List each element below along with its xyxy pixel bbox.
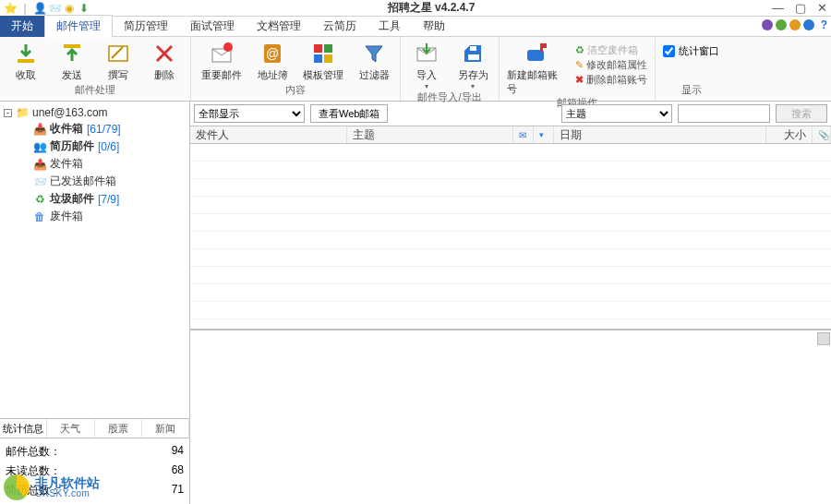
divider-icon: | [18, 2, 31, 15]
table-row [190, 267, 831, 284]
tab-interview-management[interactable]: 面试管理 [179, 16, 246, 37]
send-button[interactable]: 发送 [54, 41, 90, 82]
user-icon[interactable]: 👤 [33, 2, 46, 15]
svg-rect-13 [470, 46, 476, 51]
pencil-icon: ✎ [575, 59, 584, 71]
quick-access-toolbar: ⭐ | 👤 📨 ◉ ⬇ [4, 2, 90, 15]
tree-inbox[interactable]: 📥收件箱 [61/79] [4, 120, 186, 138]
col-subject[interactable]: 主题 [347, 126, 513, 143]
flag-icon [209, 41, 235, 66]
stats-window-checkbox[interactable]: 统计窗口 [663, 41, 719, 58]
sidebar-tab-weather[interactable]: 天气 [47, 419, 94, 438]
search-input[interactable] [678, 104, 770, 123]
tree-outbox[interactable]: 📤发件箱 [4, 155, 186, 173]
show-filter-select[interactable]: 全部显示 [194, 104, 305, 123]
group-content: 内容 [199, 83, 392, 99]
dropdown-icon: ▾ [471, 82, 475, 90]
tree-junk[interactable]: ♻垃圾邮件 [7/9] [4, 190, 186, 208]
col-sort[interactable]: ▾ [534, 126, 554, 143]
col-size[interactable]: 大小 [766, 126, 813, 143]
delete-account-button[interactable]: ✖删除邮箱账号 [575, 73, 647, 87]
help-icon[interactable]: ? [821, 18, 827, 31]
col-attach[interactable]: ✉ [513, 126, 534, 143]
star-icon[interactable]: ⭐ [4, 2, 17, 15]
tab-help[interactable]: 帮助 [412, 16, 456, 37]
sidebar-tab-stats[interactable]: 统计信息 [0, 419, 47, 438]
outbox-icon: 📤 [33, 158, 46, 171]
mail-icon[interactable]: 📨 [48, 2, 61, 15]
empty-trash-button[interactable]: ♻清空废件箱 [575, 43, 647, 57]
table-row [190, 302, 831, 319]
maximize-button[interactable]: ▢ [795, 1, 806, 15]
template-button[interactable]: 模板管理 [300, 41, 346, 82]
sidebar-tab-stock[interactable]: 股票 [95, 419, 142, 438]
svg-rect-7 [314, 44, 322, 53]
svg-rect-1 [64, 44, 80, 48]
stats-panel: 邮件总数：94 未读总数：68 简历总数：71 [0, 438, 189, 504]
minimize-button[interactable]: — [772, 1, 784, 15]
svg-rect-10 [324, 54, 332, 63]
col-attachment[interactable]: 📎 [813, 126, 831, 143]
stats-mail-total-label: 邮件总数： [6, 444, 61, 460]
import-button[interactable]: 导入▾ [408, 41, 445, 90]
coin-icon[interactable]: ◉ [63, 2, 76, 15]
mail-grid-header: 发件人 主题 ✉ ▾ 日期 大小 📎 [190, 126, 831, 144]
new-account-button[interactable]: 新建邮箱账号 [507, 41, 566, 96]
stats-resume-value: 71 [172, 483, 184, 498]
mail-grid-body[interactable] [190, 144, 831, 329]
tab-start[interactable]: 开始 [0, 16, 44, 37]
close-button[interactable]: ✕ [817, 1, 827, 15]
status-dot-green-icon [776, 19, 787, 30]
table-row [190, 197, 831, 214]
status-dot-purple-icon [762, 19, 773, 30]
tab-mail-management[interactable]: 邮件管理 [44, 15, 113, 38]
inbox-icon: 📥 [33, 123, 46, 136]
tree-sent[interactable]: 📨已发送邮件箱 [4, 173, 186, 190]
scrollbar-thumb[interactable] [817, 332, 830, 345]
download-icon[interactable]: ⬇ [78, 2, 90, 15]
window-title: 招聘之星 v4.2.4.7 [90, 0, 772, 16]
filter-button[interactable]: 过滤器 [355, 41, 392, 82]
status-dot-blue-icon [803, 19, 814, 30]
svg-point-4 [223, 42, 233, 52]
tree-resume-mail[interactable]: 👥简历邮件 [0/6] [4, 138, 186, 155]
trash-icon: 🗑 [33, 210, 46, 223]
search-field-select[interactable]: 主题 [561, 104, 672, 123]
compose-button[interactable]: 撰写 [100, 41, 137, 82]
tree-trash[interactable]: 🗑废件箱 [4, 208, 186, 225]
tab-resume-management[interactable]: 简历管理 [113, 16, 179, 37]
tab-cloud-resume[interactable]: 云简历 [312, 16, 367, 37]
envelope-icon: ✉ [519, 130, 526, 140]
tab-document-management[interactable]: 文档管理 [246, 16, 312, 37]
svg-rect-12 [468, 54, 479, 60]
saveas-button[interactable]: 另存为▾ [454, 41, 491, 90]
receive-button[interactable]: 收取 [7, 41, 44, 82]
stats-resume-label: 简历总数： [6, 483, 61, 498]
search-button[interactable]: 搜索 [776, 104, 827, 123]
tab-tools[interactable]: 工具 [367, 16, 412, 37]
mailbox-icon [524, 41, 549, 66]
edit-account-button[interactable]: ✎修改邮箱属性 [575, 58, 647, 72]
compose-icon [105, 41, 131, 66]
paperclip-icon: 📎 [818, 130, 829, 140]
table-row [190, 284, 831, 302]
address-book-button[interactable]: @地址簿 [254, 41, 291, 82]
addressbook-icon: @ [259, 41, 285, 66]
minus-icon[interactable]: - [4, 109, 12, 117]
send-icon [59, 41, 85, 66]
tree-account[interactable]: -📁unef@163.com [4, 105, 186, 120]
stats-unread-label: 未读总数： [6, 463, 61, 479]
sidebar-tab-news[interactable]: 新闻 [142, 419, 189, 438]
delete-button[interactable]: 删除 [146, 41, 183, 82]
receive-icon [13, 41, 39, 66]
col-date[interactable]: 日期 [554, 126, 766, 143]
sent-icon: 📨 [33, 175, 46, 188]
chevron-down-icon: ▾ [539, 130, 544, 139]
folder-icon: 📁 [16, 106, 29, 119]
svg-rect-9 [314, 54, 322, 63]
view-webmail-button[interactable]: 查看Web邮箱 [310, 104, 388, 123]
group-display: 显示 [663, 83, 719, 99]
table-row [190, 232, 831, 249]
important-mail-button[interactable]: 重要邮件 [199, 41, 245, 82]
col-sender[interactable]: 发件人 [190, 126, 347, 143]
